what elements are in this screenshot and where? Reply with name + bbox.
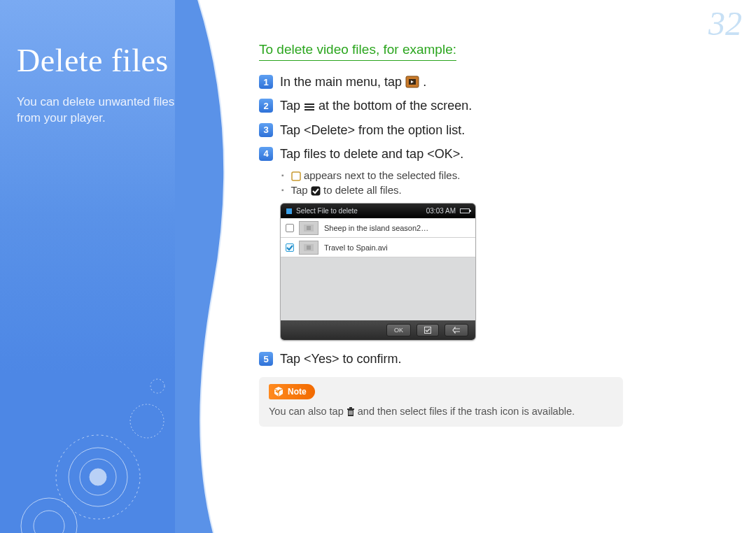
selectall-button xyxy=(416,324,439,336)
trash-icon xyxy=(346,407,355,417)
ok-button: OK xyxy=(386,324,411,336)
svg-point-3 xyxy=(90,469,106,485)
step-text: Tap xyxy=(280,99,304,113)
step-1: 1 In the main menu, tap . xyxy=(259,73,721,90)
svg-rect-19 xyxy=(307,246,311,250)
note-text-before: You can also tap xyxy=(269,406,346,417)
video-icon xyxy=(405,76,419,88)
page-curve xyxy=(175,0,259,533)
checkbox-empty-icon xyxy=(291,171,301,181)
section-title: To delete video files, for example: xyxy=(259,42,456,61)
substep-text-before: Tap xyxy=(290,184,310,196)
note-badge: Note xyxy=(269,384,315,399)
svg-rect-11 xyxy=(304,104,314,105)
file-row-1: Sheep in the island season2… xyxy=(281,218,475,238)
note-label: Note xyxy=(288,387,307,397)
svg-rect-23 xyxy=(347,408,354,410)
note-text-after: and then select files if the trash icon … xyxy=(358,406,575,417)
video-thumb-icon xyxy=(299,221,318,235)
page-title: Delete files xyxy=(17,42,182,79)
substep-2: Tap to delete all files. xyxy=(281,184,721,196)
menu-icon xyxy=(304,102,315,112)
svg-point-1 xyxy=(69,448,127,506)
header-square-icon xyxy=(286,208,292,214)
embedded-screenshot: Select File to delete 03:03 AM Sheep in … xyxy=(280,203,476,341)
screenshot-body-empty xyxy=(281,257,475,320)
svg-rect-26 xyxy=(350,411,351,415)
step-3: 3 Tap <Delete> from the option list. xyxy=(259,122,721,138)
step-text-after: . xyxy=(423,75,426,89)
substep-list: appears next to the selected files. Tap … xyxy=(281,169,721,196)
svg-point-4 xyxy=(130,404,164,438)
back-button xyxy=(444,324,468,336)
step-number: 1 xyxy=(259,75,273,89)
note-box: Note You can also tap and then select fi… xyxy=(259,377,623,427)
svg-point-7 xyxy=(34,511,64,533)
main-content: To delete video files, for example: 1 In… xyxy=(259,42,721,427)
svg-rect-25 xyxy=(349,411,349,415)
screenshot-header: Select File to delete 03:03 AM xyxy=(281,204,475,218)
svg-point-0 xyxy=(56,435,140,519)
step-text: In the main menu, tap xyxy=(280,75,405,89)
svg-rect-27 xyxy=(351,411,352,415)
substep-1: appears next to the selected files. xyxy=(281,169,721,181)
step-5: 5 Tap <Yes> to confirm. xyxy=(259,350,721,367)
checkbox-checked-icon xyxy=(311,186,321,196)
screenshot-footer: OK xyxy=(281,320,475,340)
checkbox-checked xyxy=(281,243,299,252)
svg-rect-14 xyxy=(292,172,300,180)
step-2: 2 Tap at the bottom of the screen. xyxy=(259,97,721,114)
svg-rect-13 xyxy=(304,109,314,111)
step-text: Tap files to delete and tap <OK>. xyxy=(280,145,463,162)
svg-rect-12 xyxy=(304,106,314,108)
step-list: 1 In the main menu, tap . 2 Tap at the b… xyxy=(259,73,721,162)
step-text-after: at the bottom of the screen. xyxy=(318,99,472,113)
step-number: 2 xyxy=(259,99,273,113)
step-number: 4 xyxy=(259,147,273,161)
screenshot-title: Select File to delete xyxy=(296,207,426,215)
battery-icon xyxy=(460,208,470,213)
file-label: Travel to Spain.avi xyxy=(324,243,388,252)
svg-rect-24 xyxy=(349,407,352,408)
file-label: Sheep in the island season2… xyxy=(324,224,428,232)
svg-rect-17 xyxy=(307,226,311,230)
decorative-circles xyxy=(0,309,196,533)
screenshot-time: 03:03 AM xyxy=(426,207,456,215)
svg-point-6 xyxy=(21,498,77,533)
svg-point-2 xyxy=(80,459,116,495)
note-text: You can also tap and then select files i… xyxy=(269,406,613,417)
svg-point-5 xyxy=(150,379,164,393)
substep-text: appears next to the selected files. xyxy=(304,169,460,181)
page-subtitle: You can delete unwanted files from your … xyxy=(17,94,182,127)
page-number: 32 xyxy=(708,4,742,43)
svg-rect-15 xyxy=(312,187,320,195)
substep-text-after: to delete all files. xyxy=(323,184,402,196)
sidebar: Delete files You can delete unwanted fil… xyxy=(0,0,196,533)
video-thumb-icon xyxy=(299,241,318,255)
checkbox-unchecked xyxy=(281,224,299,232)
step-text: Tap <Yes> to confirm. xyxy=(280,350,401,367)
file-row-2: Travel to Spain.avi xyxy=(281,238,475,257)
step-4: 4 Tap files to delete and tap <OK>. xyxy=(259,145,721,162)
step-number: 5 xyxy=(259,352,273,366)
note-cube-icon xyxy=(273,386,284,397)
step-number: 3 xyxy=(259,123,273,137)
step-list-2: 5 Tap <Yes> to confirm. xyxy=(259,350,721,367)
step-text: Tap <Delete> from the option list. xyxy=(280,122,465,138)
